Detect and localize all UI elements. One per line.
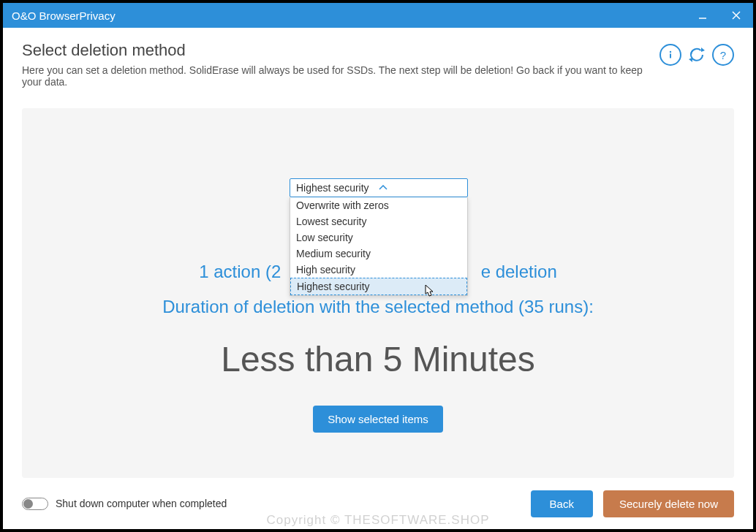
- dropdown-list: Overwrite with zeros Lowest security Low…: [290, 197, 468, 296]
- footer: Shut down computer when completed Back S…: [3, 478, 753, 529]
- shutdown-toggle[interactable]: [22, 498, 48, 510]
- shutdown-toggle-label: Shut down computer when completed: [56, 498, 227, 509]
- svg-rect-4: [670, 54, 671, 58]
- dropdown-option[interactable]: High security: [290, 262, 467, 278]
- dropdown-option[interactable]: Lowest security: [290, 213, 467, 229]
- titlebar: O&O BrowserPrivacy: [3, 3, 753, 28]
- chevron-up-icon: [379, 183, 461, 193]
- dropdown-selected-label: Highest security: [296, 182, 379, 194]
- app-window: O&O BrowserPrivacy Select deletion metho…: [3, 3, 753, 529]
- duration-text: Less than 5 Minutes: [221, 339, 535, 379]
- dropdown-option[interactable]: Low security: [290, 229, 467, 246]
- help-icon[interactable]: ?: [712, 44, 734, 66]
- dropdown-option[interactable]: Overwrite with zeros: [290, 197, 467, 213]
- header: Select deletion method Here you can set …: [3, 28, 753, 94]
- svg-point-3: [670, 51, 671, 53]
- dropdown-selected[interactable]: Highest security: [290, 178, 468, 197]
- page-title: Select deletion method: [22, 41, 659, 60]
- dropdown-option-highlighted[interactable]: Highest security: [290, 278, 467, 295]
- back-button[interactable]: Back: [531, 490, 593, 517]
- show-selected-button[interactable]: Show selected items: [313, 406, 443, 433]
- dropdown-option[interactable]: Medium security: [290, 246, 467, 262]
- method-dropdown[interactable]: Highest security Overwrite with zeros Lo…: [290, 178, 468, 296]
- page-subtitle: Here you can set a deletion method. Soli…: [22, 64, 659, 88]
- close-button[interactable]: [719, 3, 753, 28]
- info-icon[interactable]: [659, 44, 681, 66]
- refresh-icon[interactable]: [686, 44, 708, 66]
- minimize-button[interactable]: [686, 3, 719, 28]
- titlebar-title: O&O BrowserPrivacy: [12, 10, 686, 22]
- summary-line1-before: 1 action (2: [199, 262, 281, 281]
- summary-line2: Duration of deletion with the selected m…: [162, 297, 594, 317]
- svg-marker-6: [689, 58, 692, 62]
- toggle-knob: [23, 499, 33, 509]
- header-icons: ?: [659, 41, 734, 88]
- shutdown-toggle-wrap: Shut down computer when completed: [22, 498, 531, 510]
- summary-line1-after: e deletion: [481, 262, 557, 281]
- delete-now-button[interactable]: Securely delete now: [603, 490, 734, 517]
- footer-buttons: Back Securely delete now: [531, 490, 734, 517]
- svg-marker-5: [701, 48, 705, 52]
